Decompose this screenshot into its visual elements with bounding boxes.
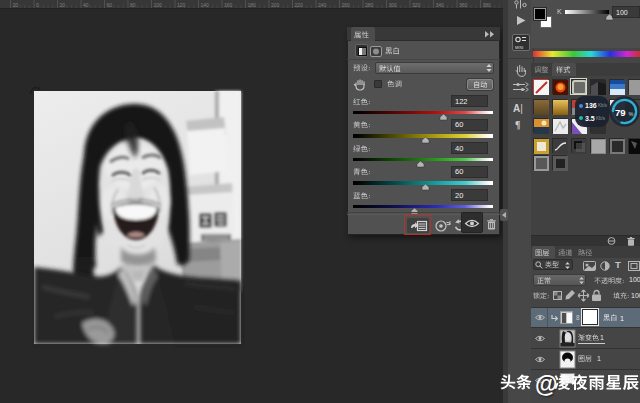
- svg-text:120: 120: [177, 2, 186, 8]
- svg-text:140: 140: [201, 2, 210, 8]
- svg-text:220: 220: [295, 2, 304, 8]
- svg-text:80: 80: [130, 2, 136, 8]
- svg-text:340: 340: [436, 2, 445, 8]
- svg-text:180: 180: [248, 2, 257, 8]
- svg-text:%: %: [629, 111, 634, 117]
- svg-text:100: 100: [154, 2, 163, 8]
- svg-text:60: 60: [107, 2, 113, 8]
- svg-text:200: 200: [271, 2, 280, 8]
- svg-text:0: 0: [36, 2, 39, 8]
- svg-text:20: 20: [60, 2, 66, 8]
- svg-text:40: 40: [83, 2, 89, 8]
- svg-text:160: 160: [224, 2, 233, 8]
- svg-text:280: 280: [365, 2, 374, 8]
- svg-text:320: 320: [412, 2, 421, 8]
- svg-text:380: 380: [483, 2, 492, 8]
- svg-text:240: 240: [318, 2, 327, 8]
- svg-text:360: 360: [459, 2, 468, 8]
- svg-text:79: 79: [615, 107, 626, 118]
- svg-text:260: 260: [342, 2, 351, 8]
- svg-text:20: 20: [13, 2, 19, 8]
- svg-text:300: 300: [389, 2, 398, 8]
- svg-text:MINI: MINI: [515, 45, 523, 50]
